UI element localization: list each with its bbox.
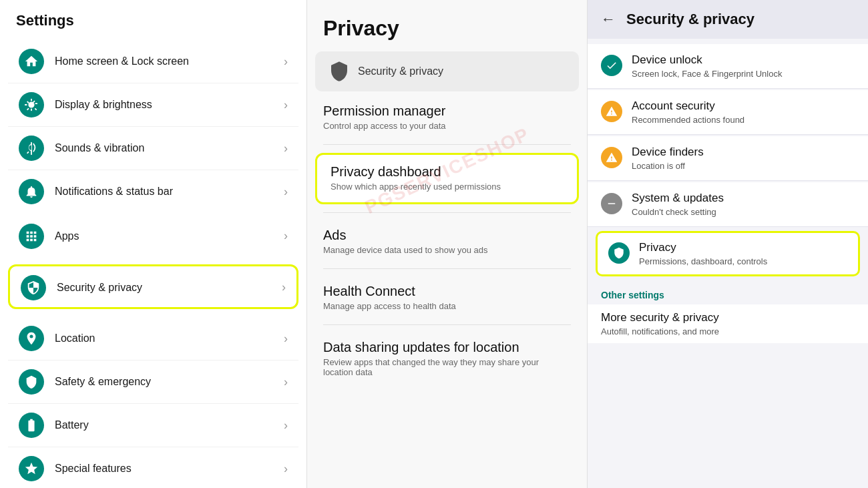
status-minus-icon [601,193,622,214]
sidebar-item-notifications[interactable]: Notifications & status bar › [8,170,298,207]
privacy-title: Privacy [307,0,587,51]
home-icon [19,49,44,74]
item-content: Device finders Location is off [632,146,704,171]
sidebar-item-location[interactable]: Location › [8,317,298,360]
right-item-system-updates[interactable]: System & updates Couldn't check setting [588,182,868,227]
item-subtitle: Control app access to your data [323,121,571,131]
item-title: Privacy dashboard [331,164,564,180]
sidebar-item-label: Location [55,332,284,344]
status-check-icon [601,55,622,76]
item-content: System & updates Couldn't check setting [632,192,724,217]
settings-title: Settings [0,0,306,36]
privacy-item-health[interactable]: Health Connect Manage app access to heal… [307,272,587,322]
settings-group-security: Security & privacy › [8,264,298,310]
status-warning-icon-2 [601,147,622,168]
item-title: Permission manager [323,103,571,119]
item-subtitle: Manage app access to health data [323,301,571,311]
item-subtitle: Screen lock, Face & Fingerprint Unlock [632,69,782,79]
location-icon [19,326,44,351]
security-icon [21,275,46,300]
privacy-item-location-sharing[interactable]: Data sharing updates for location Review… [307,328,587,388]
item-title: Device unlock [632,53,782,67]
chevron-right-icon: › [284,419,288,433]
privacy-item-ads[interactable]: Ads Manage device data used to show you … [307,216,587,266]
sidebar-item-label: Security & privacy [57,282,282,294]
sidebar-item-label: Display & brightness [55,99,284,111]
settings-group-2: Apps › [8,215,298,256]
right-item-device-finders[interactable]: Device finders Location is off [588,136,868,181]
sound-icon [19,136,44,161]
sidebar-item-label: Home screen & Lock screen [55,55,284,67]
settings-panel: Settings Home screen & Lock screen › Dis… [0,0,307,488]
divider [323,212,571,213]
item-title: Ads [323,228,571,243]
item-subtitle: Couldn't check setting [632,207,724,217]
item-subtitle: Review apps that changed the way they ma… [323,357,571,377]
chevron-right-icon: › [284,229,288,243]
back-button[interactable]: ← [601,11,616,28]
right-item-privacy[interactable]: Privacy Permissions, dashboard, controls [596,231,860,276]
sidebar-item-sounds[interactable]: Sounds & vibration › [8,127,298,170]
sidebar-item-label: Battery [55,419,284,431]
item-subtitle: Location is off [632,161,704,171]
sidebar-item-display[interactable]: Display & brightness › [8,83,298,127]
item-title: Health Connect [323,284,571,299]
chevron-right-icon: › [284,55,288,69]
divider [323,324,571,325]
sidebar-item-label: Notifications & status bar [55,186,284,198]
sidebar-item-label: Special features [55,463,284,475]
right-panel-header: ← Security & privacy [588,0,868,39]
item-subtitle: Recommended actions found [632,115,744,125]
chevron-right-icon: › [284,375,288,389]
item-title: Privacy [639,241,767,254]
sidebar-item-apps[interactable]: Apps › [8,215,298,256]
item-subtitle: Manage device data used to show you ads [323,245,571,255]
security-list: Device unlock Screen lock, Face & Finger… [588,39,868,488]
chevron-right-icon: › [284,185,288,199]
privacy-section-header[interactable]: Security & privacy [315,51,579,91]
brightness-icon [19,92,44,117]
sidebar-item-label: Apps [55,230,284,242]
sidebar-item-label: Sounds & vibration [55,142,284,154]
chevron-right-icon: › [284,332,288,346]
safety-icon [19,369,44,395]
apps-icon [19,224,44,249]
star-icon [19,456,44,481]
chevron-right-icon: › [282,280,286,294]
more-item-subtitle: Autofill, notifications, and more [601,326,855,336]
chevron-right-icon: › [284,462,288,476]
divider [323,268,571,269]
sidebar-item-security-privacy[interactable]: Security & privacy › [10,266,296,309]
item-subtitle: Show which apps recently used permission… [331,182,564,192]
shield-icon [329,61,350,82]
sidebar-item-battery[interactable]: Battery › [8,404,298,447]
sidebar-item-safety[interactable]: Safety & emergency › [8,360,298,404]
settings-group-4: Location › Safety & emergency › Battery … [8,317,298,484]
right-item-more-security[interactable]: More security & privacy Autofill, notifi… [588,304,868,343]
sidebar-item-home-screen[interactable]: Home screen & Lock screen › [8,40,298,83]
chevron-right-icon: › [284,98,288,112]
item-title: Device finders [632,146,704,159]
divider [323,144,571,145]
privacy-panel: Privacy Security & privacy Permission ma… [307,0,588,488]
privacy-item-dashboard[interactable]: Privacy dashboard Show which apps recent… [315,153,579,204]
settings-group-1: Home screen & Lock screen › Display & br… [8,40,298,207]
item-content: Privacy Permissions, dashboard, controls [639,241,767,266]
shield-privacy-icon [608,242,630,264]
notification-icon [19,179,44,204]
security-panel: ← Security & privacy Device unlock Scree… [588,0,868,488]
item-content: Account security Recommended actions fou… [632,99,744,125]
more-item-title: More security & privacy [601,311,855,324]
right-item-device-unlock[interactable]: Device unlock Screen lock, Face & Finger… [588,44,868,89]
battery-icon [19,413,44,438]
other-settings-label: Other settings [588,280,868,304]
section-label: Security & privacy [358,65,443,77]
right-panel-title: Security & privacy [626,11,754,28]
status-warning-icon [601,101,622,122]
privacy-item-permission[interactable]: Permission manager Control app access to… [307,91,587,142]
right-item-account-security[interactable]: Account security Recommended actions fou… [588,90,868,135]
sidebar-item-special[interactable]: Special features › [8,447,298,484]
item-title: Account security [632,99,744,113]
item-subtitle: Permissions, dashboard, controls [639,256,767,266]
item-title: System & updates [632,192,724,205]
